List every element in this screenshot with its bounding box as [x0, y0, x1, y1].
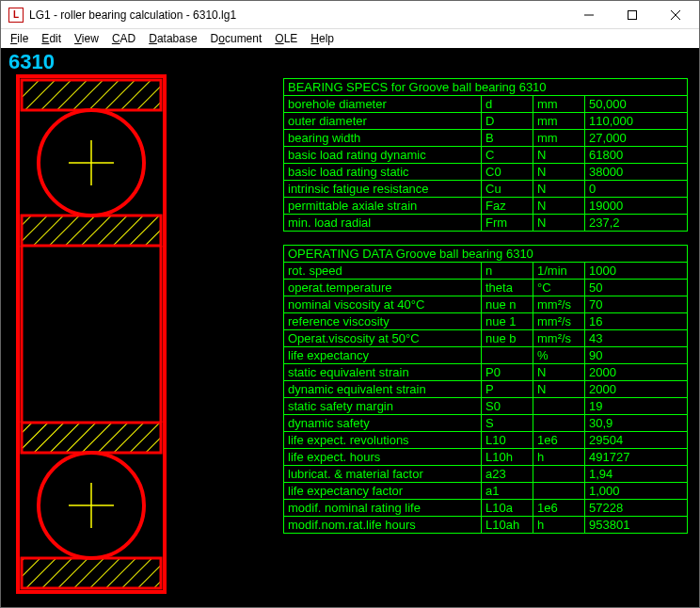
row-unit: N	[533, 198, 585, 215]
window-controls	[567, 1, 697, 29]
row-value: 57228	[585, 500, 688, 517]
row-label: dynamic equivalent strain	[284, 381, 482, 398]
maximize-button[interactable]	[611, 1, 654, 29]
row-label: static safety margin	[284, 398, 482, 415]
row-symbol: nue n	[482, 296, 533, 313]
menu-file[interactable]: File	[5, 31, 34, 46]
table-row: basic load rating staticC0N38000	[284, 164, 688, 181]
row-value: 27,000	[585, 130, 688, 147]
window-title: LG1 - roller bearing calculation - 6310.…	[29, 8, 567, 22]
table-row: basic load rating dynamicCN61800	[284, 147, 688, 164]
menu-cad[interactable]: CAD	[106, 31, 141, 46]
row-value: 61800	[585, 147, 688, 164]
table-row: intrinsic fatigue resistanceCuN0	[284, 181, 688, 198]
row-unit: 1e6	[533, 500, 585, 517]
table-row: static equivalent strainP0N2000	[284, 364, 688, 381]
row-symbol: n	[482, 263, 533, 280]
row-value: 2000	[585, 364, 688, 381]
svg-rect-6	[22, 80, 161, 110]
menubar: File Edit View CAD Database Document OLE…	[1, 29, 699, 48]
row-symbol: Faz	[482, 198, 533, 215]
row-value: 110,000	[585, 113, 688, 130]
minimize-button[interactable]	[567, 1, 611, 29]
row-unit	[533, 398, 585, 415]
row-value: 19000	[585, 198, 688, 215]
row-label: bearing width	[284, 130, 482, 147]
menu-view[interactable]: View	[69, 31, 104, 46]
row-symbol: theta	[482, 280, 533, 296]
row-symbol: C	[482, 147, 533, 164]
table-row: outer diameterDmm110,000	[284, 113, 688, 130]
row-label: dynamic safety	[284, 415, 482, 432]
row-label: operat.temperature	[284, 280, 482, 296]
row-symbol: L10ah	[482, 517, 533, 534]
row-label: min. load radial	[284, 215, 482, 232]
row-symbol: S	[482, 415, 533, 432]
row-value: 30,9	[585, 415, 688, 432]
row-unit	[533, 466, 585, 483]
row-unit	[533, 483, 585, 500]
row-symbol: a1	[482, 483, 533, 500]
row-symbol: L10a	[482, 500, 533, 517]
table-row: static safety marginS019	[284, 398, 688, 415]
menu-help[interactable]: Help	[305, 31, 340, 46]
row-label: outer diameter	[284, 113, 482, 130]
row-label: life expectancy	[284, 347, 482, 364]
menu-document[interactable]: Document	[205, 31, 268, 46]
table-row: lubricat. & material factora23 1,94	[284, 466, 688, 483]
specs-table: BEARING SPECS for Groove ball bearing 63…	[283, 78, 688, 232]
part-label: 6310	[8, 50, 55, 74]
row-label: basic load rating dynamic	[284, 147, 482, 164]
row-symbol: D	[482, 113, 533, 130]
row-value: 29504	[585, 432, 688, 449]
row-value: 50,000	[585, 96, 688, 113]
specs-title: BEARING SPECS for Groove ball bearing 63…	[284, 79, 688, 96]
row-value: 0	[585, 181, 688, 198]
row-unit: h	[533, 449, 585, 466]
row-symbol: S0	[482, 398, 533, 415]
row-label: rot. speed	[284, 263, 482, 280]
row-unit: mm	[533, 130, 585, 147]
row-label: lubricat. & material factor	[284, 466, 482, 483]
drawing-canvas: 6310	[1, 48, 699, 608]
svg-rect-14	[22, 558, 161, 588]
table-row: life expect. hoursL10hh491727	[284, 449, 688, 466]
table-row: borehole diameterdmm 50,000	[284, 96, 688, 113]
row-label: reference viscosity	[284, 313, 482, 330]
row-unit: N	[533, 181, 585, 198]
table-row: bearing widthBmm 27,000	[284, 130, 688, 147]
row-unit: mm²/s	[533, 313, 585, 330]
menu-ole[interactable]: OLE	[269, 31, 303, 46]
row-unit: N	[533, 364, 585, 381]
row-symbol	[482, 347, 533, 364]
operating-title: OPERATING DATA Groove ball bearing 6310	[284, 246, 688, 263]
table-row: nominal viscosity at 40°Cnue nmm²/s70	[284, 296, 688, 313]
row-label: nominal viscosity at 40°C	[284, 296, 482, 313]
row-value: 43	[585, 330, 688, 347]
table-row: dynamic equivalent strainPN2000	[284, 381, 688, 398]
row-value: 38000	[585, 164, 688, 181]
row-value: 1000	[585, 263, 688, 280]
close-button[interactable]	[654, 1, 697, 29]
row-symbol: B	[482, 130, 533, 147]
row-label: static equivalent strain	[284, 364, 482, 381]
row-value: 1,000	[585, 483, 688, 500]
row-label: basic load rating static	[284, 164, 482, 181]
table-row: operat.temperaturetheta°C50	[284, 280, 688, 296]
row-value: 19	[585, 398, 688, 415]
menu-database[interactable]: Database	[143, 31, 202, 46]
maximize-icon	[628, 10, 637, 20]
svg-rect-13	[22, 423, 161, 453]
row-unit: h	[533, 517, 585, 534]
row-unit: mm²/s	[533, 330, 585, 347]
titlebar: L LG1 - roller bearing calculation - 631…	[1, 1, 699, 29]
row-unit: %	[533, 347, 585, 364]
table-row: rot. speedn1/min1000	[284, 263, 688, 280]
row-symbol: P	[482, 381, 533, 398]
row-label: borehole diameter	[284, 96, 482, 113]
table-row: reference viscositynue 1mm²/s16	[284, 313, 688, 330]
row-label: intrinsic fatigue resistance	[284, 181, 482, 198]
table-row: life expectancy%90	[284, 347, 688, 364]
row-symbol: Frm	[482, 215, 533, 232]
menu-edit[interactable]: Edit	[36, 31, 67, 46]
